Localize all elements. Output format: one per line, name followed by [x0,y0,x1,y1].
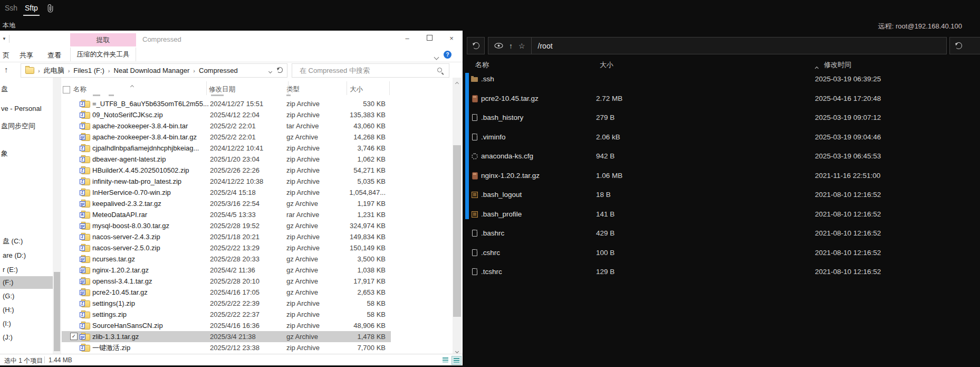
file-name[interactable]: anaconda-ks.cfg [481,151,533,162]
ribbon-collapse-chevron-icon[interactable] [435,52,438,61]
search-icon[interactable] [437,67,444,74]
close-button[interactable]: × [440,31,463,46]
remote-refresh-button-right[interactable] [949,37,980,54]
table-row[interactable]: Z =_UTF8_B_6auY5b635omT6L2m55... 2024/12… [62,98,391,109]
scrollbar-thumb[interactable] [54,272,60,351]
ribbon-tab-share[interactable]: 共享 [20,51,33,60]
column-divider[interactable] [347,81,347,95]
column-header-size[interactable]: 大小 [350,85,363,94]
table-row[interactable]: Z 09_NotoSerifCJKsc.zip 2025/4/12 22:04 … [62,109,391,120]
star-icon[interactable]: ☆ [518,42,525,50]
breadcrumb-current[interactable]: Compressed [199,67,238,74]
remote-refresh-button[interactable] [467,37,485,54]
file-name[interactable]: =_UTF8_B_6auY5b635omT6L2m55... [92,98,209,109]
address-refresh-icon[interactable] [277,67,283,74]
table-row[interactable]: Z cjpalhdlnbpafiamejdnhcphjbkeiag... 202… [62,143,391,154]
address-dropdown-chevron-icon[interactable] [269,67,272,74]
scrollbar-thumb[interactable] [453,145,461,317]
file-name[interactable]: .cshrc [481,248,500,258]
list-item[interactable]: nginx-1.20.2.tar.gz 1.06 MB 2021-11-16 2… [464,171,980,181]
search-input[interactable] [299,66,422,75]
file-name[interactable]: nginx-1.20.2.tar.gz [92,265,149,276]
sidebar-item-drive[interactable]: are (D:) [0,249,55,262]
file-name[interactable]: 一键激活.zip [92,342,130,353]
search-box[interactable] [292,63,449,78]
sidebar-item[interactable]: 象 [1,149,8,158]
list-item[interactable]: .bash_logout 18 B 2021-08-10 12:16:52 [464,190,980,200]
sidebar-item-drive[interactable]: (J:) [0,331,55,344]
remote-column-size[interactable]: 大小 [600,60,613,70]
file-name[interactable]: InHerService-0.70-win.zip [92,187,171,198]
table-row[interactable]: Z nacos-server-2.4.3.zip 2025/1/18 20:21… [62,231,391,242]
file-name[interactable]: settings.zip [92,309,127,320]
list-item[interactable]: .tcshrc 129 B 2021-08-10 12:16:52 [464,267,980,277]
list-item[interactable]: .bashrc 429 B 2021-08-10 12:16:52 [464,228,980,239]
table-row[interactable]: Z settings.zip 2025/2/22 22:37 zip Archi… [62,309,391,320]
ribbon-tab-home[interactable]: 页 [3,51,9,60]
table-row[interactable]: gz apache-zookeeper-3.8.4-bin.tar.gz 202… [62,131,391,143]
table-row[interactable]: gz ncurses.tar.gz 2025/2/28 20:33 gz Arc… [62,253,391,265]
details-view-button[interactable] [451,356,462,365]
file-name[interactable]: keepalived-2.3.2.tar.gz [92,198,161,209]
table-row[interactable]: gz zlib-1.3.1.tar.gz 2025/3/4 21:38 gz A… [62,331,391,342]
sidebar-item-drive[interactable]: (G:) [0,290,55,303]
list-item[interactable]: .bash_profile 141 B 2021-08-10 12:16:52 [464,209,980,220]
breadcrumb-this-pc[interactable]: 此电脑 [44,66,64,76]
file-name[interactable]: infinity-new-tab-pro_latest.zip [92,176,181,187]
column-divider[interactable] [206,81,207,95]
sidebar-item[interactable]: 盘同步空间 [1,121,35,131]
column-divider[interactable] [389,81,390,95]
list-item[interactable]: .ssh 2025-03-19 06:39:25 [464,74,980,84]
scroll-up-icon[interactable] [453,78,462,87]
sidebar-item-drive[interactable]: (H:) [0,304,55,316]
navigate-up-button[interactable]: ↑ [4,65,8,74]
scroll-down-icon[interactable] [453,345,462,354]
remote-column-mtime[interactable]: 修改时间 [824,60,851,70]
table-row[interactable]: gz pcre2-10.45.tar.gz 2025/4/16 17:05 gz… [62,287,391,298]
file-name[interactable]: SourceHanSansCN.zip [92,320,163,331]
list-item[interactable]: pcre2-10.45.tar.gz 2.72 MB 2025-04-16 17… [464,93,980,104]
file-name[interactable]: .bash_profile [481,209,522,220]
file-name[interactable]: settings(1).zip [92,298,135,309]
ribbon-tab-compressed-tools[interactable]: 压缩的文件夹工具 [70,48,136,61]
table-row[interactable]: Z infinity-new-tab-pro_latest.zip 2024/1… [62,176,391,187]
maximize-button[interactable] [418,31,440,46]
table-row[interactable]: gz keepalived-2.3.2.tar.gz 2025/3/16 22:… [62,198,391,209]
file-name[interactable]: nacos-server-2.5.0.zip [92,242,160,253]
file-name[interactable]: apache-zookeeper-3.8.4-bin.tar.gz [92,131,197,143]
table-row[interactable]: gz mysql-boost-8.0.30.tar.gz 2025/2/28 1… [62,220,391,231]
up-directory-icon[interactable]: ↑ [509,42,513,50]
table-row[interactable]: Z HBuilderX.4.45.2025010502.zip 2025/2/2… [62,165,391,176]
file-name[interactable]: ncurses.tar.gz [92,253,135,265]
tab-sftp[interactable]: Sftp [23,4,40,16]
quick-access-chevron-icon[interactable]: ▼ [2,36,6,41]
list-item[interactable]: .viminfo 2.06 kB 2025-03-19 09:04:46 [464,132,980,143]
address-bar[interactable]: 此电脑 Files1 (F:) Neat Download Manager Co… [21,63,287,78]
sidebar-item[interactable]: 盘 [1,84,8,94]
table-row[interactable]: Z 一键激活.zip 2025/2/12 23:38 zip Archive 7… [62,342,391,353]
table-row[interactable]: R MeteoDataAPI.rar 2025/4/5 13:33 rar Ar… [62,209,391,220]
ribbon-tab-extract[interactable]: 提取 [70,33,136,46]
ribbon-tab-view[interactable]: 查看 [47,51,61,60]
paperclip-icon[interactable] [46,4,54,15]
eye-icon[interactable] [494,42,503,50]
row-checkbox-checked[interactable] [70,333,78,340]
file-name[interactable]: zlib-1.3.1.tar.gz [92,331,139,342]
column-header-name[interactable]: 名称 [73,85,87,94]
file-name[interactable]: .viminfo [481,132,506,143]
breadcrumb-drive[interactable]: Files1 (F:) [73,67,104,74]
sidebar-item-drive[interactable]: r (E:) [0,264,55,276]
file-name[interactable]: .bash_logout [481,190,522,200]
sidebar-item-drive[interactable]: (I:) [0,317,55,330]
sidebar-scrollbar[interactable] [53,78,61,354]
minimize-button[interactable]: – [396,31,418,46]
remote-column-name[interactable]: 名称 [475,60,489,70]
help-button[interactable] [444,51,451,59]
tab-ssh[interactable]: Ssh [5,4,17,12]
file-name[interactable]: .ssh [481,74,494,84]
table-row[interactable]: Z nacos-server-2.5.0.zip 2025/2/22 13:29… [62,242,391,253]
file-name[interactable]: MeteoDataAPI.rar [92,209,147,220]
file-name[interactable]: .bash_history [481,112,523,123]
column-divider[interactable] [288,81,289,95]
list-item[interactable]: anaconda-ks.cfg 942 B 2025-03-19 06:45:5… [464,151,980,162]
